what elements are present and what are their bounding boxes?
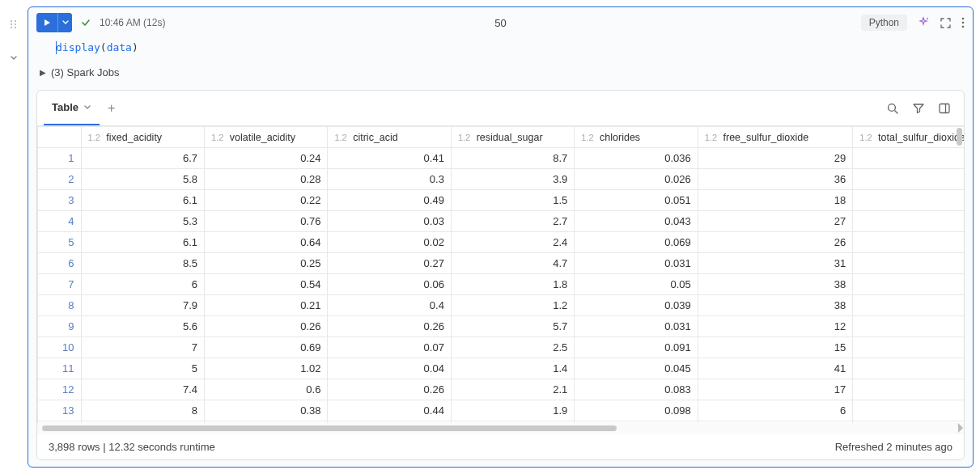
data-cell[interactable]: 27 <box>698 211 853 232</box>
data-cell[interactable]: 0.44 <box>328 400 451 421</box>
data-cell[interactable]: 6.1 <box>81 190 204 211</box>
rownum-cell[interactable]: 9 <box>38 316 82 337</box>
cell-drag-handle[interactable] <box>9 19 19 29</box>
data-cell[interactable]: 6.1 <box>81 232 204 253</box>
data-cell[interactable]: 8 <box>81 400 204 421</box>
data-cell[interactable]: 0.036 <box>575 148 698 169</box>
data-cell[interactable]: 0.22 <box>205 190 328 211</box>
data-cell[interactable]: 0.26 <box>328 316 451 337</box>
data-cell[interactable]: 0.27 <box>328 253 451 274</box>
data-cell[interactable]: 41 <box>698 358 853 379</box>
table-row[interactable]: 760.540.061.80.05388 <box>38 274 965 295</box>
data-cell[interactable]: 5.7 <box>451 316 574 337</box>
data-cell[interactable]: 1.8 <box>451 274 574 295</box>
data-cell[interactable]: 7.9 <box>81 295 204 316</box>
search-icon[interactable] <box>886 102 899 115</box>
table-row[interactable]: 1070.690.072.50.091152 <box>38 337 965 358</box>
table-row[interactable]: 56.10.640.022.40.069264 <box>38 232 965 253</box>
table-row[interactable]: 36.10.220.491.50.051188 <box>38 190 965 211</box>
code-editor[interactable]: display(data) <box>28 38 973 60</box>
data-cell[interactable]: 0.54 <box>205 274 328 295</box>
data-cell[interactable]: 0.045 <box>575 358 698 379</box>
data-cell[interactable]: 31 <box>698 253 853 274</box>
data-cell[interactable]: 15 <box>698 337 853 358</box>
data-cell[interactable]: 0.069 <box>575 232 698 253</box>
data-cell[interactable]: 14 <box>853 148 964 169</box>
run-button[interactable] <box>36 13 57 32</box>
table-row[interactable]: 1151.020.041.40.045418 <box>38 358 965 379</box>
data-cell[interactable]: 2.4 <box>451 232 574 253</box>
data-cell[interactable]: 0.039 <box>575 295 698 316</box>
data-cell[interactable]: 0.07 <box>328 337 451 358</box>
data-cell[interactable]: 0.26 <box>328 379 451 400</box>
data-cell[interactable]: 0.04 <box>328 358 451 379</box>
data-cell[interactable]: 5.3 <box>81 211 204 232</box>
column-header-volatile_acidity[interactable]: 1.2 volatile_acidity <box>205 127 328 148</box>
column-header-fixed_acidity[interactable]: 1.2 fixed_acidity <box>81 127 204 148</box>
data-cell[interactable]: 1 <box>853 400 964 421</box>
vertical-scrollbar[interactable] <box>957 128 962 146</box>
data-cell[interactable]: 0.4 <box>328 295 451 316</box>
data-cell[interactable]: 0.083 <box>575 379 698 400</box>
data-cell[interactable]: 0.098 <box>575 400 698 421</box>
data-cell[interactable]: 7 <box>81 337 204 358</box>
rownum-cell[interactable]: 12 <box>38 379 82 400</box>
data-cell[interactable]: 0.05 <box>575 274 698 295</box>
table-row[interactable]: 87.90.210.41.20.0393810 <box>38 295 965 316</box>
data-cell[interactable]: 10 <box>853 169 964 190</box>
panel-icon[interactable] <box>938 102 951 115</box>
data-cell[interactable]: 1.5 <box>451 190 574 211</box>
column-header-free_sulfur_dioxide[interactable]: 1.2 free_sulfur_dioxide <box>698 127 853 148</box>
data-cell[interactable]: 0.24 <box>205 148 328 169</box>
data-cell[interactable]: 5 <box>81 358 204 379</box>
table-row[interactable]: 45.30.760.032.70.043279 <box>38 211 965 232</box>
data-cell[interactable]: 8 <box>853 190 964 211</box>
add-tab-button[interactable]: + <box>100 101 123 116</box>
data-cell[interactable]: 26 <box>698 232 853 253</box>
data-cell[interactable]: 0.25 <box>205 253 328 274</box>
expand-icon[interactable] <box>940 17 952 29</box>
data-cell[interactable]: 0.051 <box>575 190 698 211</box>
rownum-cell[interactable]: 6 <box>38 253 82 274</box>
data-cell[interactable]: 10 <box>853 295 964 316</box>
data-cell[interactable]: 29 <box>698 148 853 169</box>
data-cell[interactable]: 0.3 <box>328 169 451 190</box>
data-cell[interactable]: 8.7 <box>451 148 574 169</box>
resize-handle-icon[interactable]: ◢ <box>952 421 964 434</box>
data-cell[interactable]: 3.9 <box>451 169 574 190</box>
column-header-residual_sugar[interactable]: 1.2 residual_sugar <box>451 127 574 148</box>
rownum-cell[interactable]: 13 <box>38 400 82 421</box>
run-dropdown-button[interactable] <box>57 13 72 32</box>
rownum-cell[interactable]: 10 <box>38 337 82 358</box>
data-cell[interactable]: 1.4 <box>451 358 574 379</box>
data-cell[interactable]: 38 <box>698 295 853 316</box>
data-cell[interactable]: 8 <box>853 274 964 295</box>
data-cell[interactable]: 12 <box>698 316 853 337</box>
data-cell[interactable]: 0.69 <box>205 337 328 358</box>
spark-jobs-toggle[interactable]: ▶ (3) Spark Jobs <box>28 60 973 85</box>
data-cell[interactable]: 0.38 <box>205 400 328 421</box>
data-cell[interactable]: 9 <box>853 379 964 400</box>
data-cell[interactable]: 8.5 <box>81 253 204 274</box>
data-cell[interactable]: 0.03 <box>328 211 451 232</box>
data-cell[interactable]: 0.031 <box>575 253 698 274</box>
data-cell[interactable]: 0.026 <box>575 169 698 190</box>
rownum-cell[interactable]: 5 <box>38 232 82 253</box>
column-header-total_sulfur_dioxide[interactable]: 1.2 total_sulfur_dioxide <box>853 127 964 148</box>
table-row[interactable]: 25.80.280.33.90.0263610 <box>38 169 965 190</box>
horizontal-scrollbar[interactable]: ◢ <box>37 423 964 434</box>
data-cell[interactable]: 0.091 <box>575 337 698 358</box>
data-cell[interactable]: 0.41 <box>328 148 451 169</box>
table-row[interactable]: 95.60.260.265.70.031128 <box>38 316 965 337</box>
data-cell[interactable]: 1.02 <box>205 358 328 379</box>
rownum-cell[interactable]: 4 <box>38 211 82 232</box>
data-cell[interactable]: 17 <box>698 379 853 400</box>
table-row[interactable]: 1380.380.441.90.09861 <box>38 400 965 421</box>
language-pill[interactable]: Python <box>861 15 907 31</box>
data-cell[interactable]: 1.9 <box>451 400 574 421</box>
kebab-menu-icon[interactable] <box>961 17 965 28</box>
data-grid[interactable]: 1.2 fixed_acidity1.2 volatile_acidity1.2… <box>37 126 964 423</box>
data-cell[interactable]: 0.26 <box>205 316 328 337</box>
filter-icon[interactable] <box>912 102 925 115</box>
data-cell[interactable]: 0.76 <box>205 211 328 232</box>
